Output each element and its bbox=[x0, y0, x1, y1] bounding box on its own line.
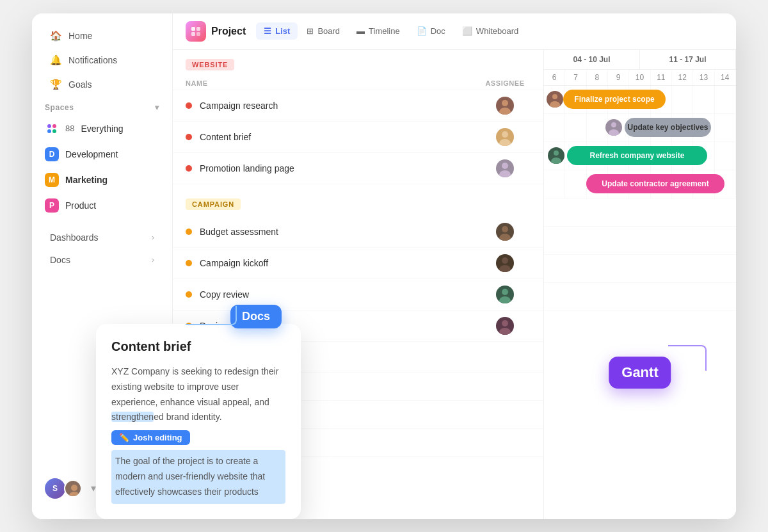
gantt-avatar bbox=[605, 119, 622, 136]
sidebar-item-product[interactable]: P Product bbox=[32, 193, 172, 218]
task-column-headers: NAME ASSIGNEE bbox=[173, 77, 543, 90]
gantt-day: 11 bbox=[651, 70, 672, 85]
task-row[interactable]: Budget assessment bbox=[173, 216, 543, 248]
svg-point-3 bbox=[52, 129, 56, 133]
docs-label: Docs bbox=[50, 255, 70, 265]
task-row[interactable]: Campaign research bbox=[173, 90, 543, 122]
sidebar-item-goals[interactable]: 🏆 Goals bbox=[37, 73, 167, 96]
gantt-day: 8 bbox=[587, 70, 608, 85]
task-row[interactable]: Content brief bbox=[173, 122, 543, 153]
gantt-header: 04 - 10 Jul 11 - 17 Jul bbox=[544, 50, 736, 70]
svg-point-0 bbox=[47, 124, 51, 128]
sidebar-item-everything[interactable]: 88 Everything bbox=[32, 117, 172, 141]
task-name: Promotion landing page bbox=[200, 163, 479, 173]
gantt-row: Finalize project scope bbox=[544, 86, 736, 114]
gantt-bar-label: Finalize project scope bbox=[574, 95, 654, 104]
sidebar-item-docs[interactable]: Docs › bbox=[37, 249, 167, 271]
task-dot-red bbox=[186, 134, 192, 140]
development-dot: D bbox=[45, 147, 59, 161]
gantt-cell bbox=[672, 86, 693, 113]
sidebar-item-development[interactable]: D Development bbox=[32, 142, 172, 166]
svg-point-10 bbox=[502, 100, 508, 106]
product-dot: P bbox=[45, 198, 59, 213]
svg-point-19 bbox=[499, 265, 511, 272]
gantt-day: 12 bbox=[672, 70, 693, 85]
dashboards-label: Dashboards bbox=[50, 232, 99, 243]
editing-user-label: Josh editing bbox=[133, 433, 182, 442]
gantt-bar-website: Refresh company website bbox=[567, 146, 707, 165]
tab-list[interactable]: ☰ List bbox=[256, 22, 298, 40]
svg-rect-8 bbox=[191, 32, 195, 36]
marketing-dot: M bbox=[45, 173, 59, 187]
svg-point-2 bbox=[47, 129, 51, 133]
editing-badge: ✏️ Josh editing bbox=[111, 430, 190, 445]
tab-board[interactable]: ⊞ Board bbox=[299, 22, 348, 40]
task-dot-yellow bbox=[186, 260, 192, 266]
gantt-day: 13 bbox=[693, 70, 714, 85]
gantt-row bbox=[544, 198, 736, 227]
sidebar-item-marketing[interactable]: M Marketing bbox=[32, 168, 172, 192]
task-row[interactable]: Campaign kickoff bbox=[173, 248, 543, 279]
gantt-area: 04 - 10 Jul 11 - 17 Jul 6 7 8 9 10 11 12… bbox=[544, 50, 736, 519]
gantt-cell bbox=[715, 114, 736, 141]
gantt-avatar bbox=[548, 147, 564, 164]
gantt-cell bbox=[544, 114, 565, 141]
gantt-cell bbox=[715, 142, 736, 170]
svg-point-21 bbox=[499, 296, 511, 303]
svg-point-17 bbox=[499, 234, 511, 241]
task-row[interactable]: Promotion landing page bbox=[173, 153, 543, 184]
home-icon: 🏠 bbox=[50, 30, 62, 42]
task-name: Campaign kickoff bbox=[200, 258, 479, 268]
task-assignee bbox=[479, 254, 531, 272]
tab-doc[interactable]: 📄 Doc bbox=[409, 22, 453, 40]
whiteboard-tab-icon: ⬜ bbox=[462, 26, 472, 36]
gantt-row bbox=[544, 227, 736, 255]
avatar bbox=[496, 317, 514, 335]
connector-line bbox=[668, 345, 707, 371]
gantt-period1: 04 - 10 Jul bbox=[544, 50, 640, 69]
sidebar-home-label: Home bbox=[68, 31, 92, 41]
docs-text-part1: XYZ Company is seeking to redesign their… bbox=[111, 366, 278, 407]
user-avatar-photo bbox=[64, 480, 82, 497]
project-title: Project bbox=[211, 26, 246, 37]
svg-point-11 bbox=[499, 108, 511, 115]
task-name: Budget assessment bbox=[200, 227, 479, 237]
development-label: Development bbox=[65, 149, 118, 159]
tab-timeline[interactable]: ▬ Timeline bbox=[349, 22, 408, 40]
sidebar-item-dashboards[interactable]: Dashboards › bbox=[37, 227, 167, 248]
gantt-body: Finalize project scope bbox=[544, 86, 736, 517]
gantt-day: 9 bbox=[608, 70, 629, 85]
timeline-tab-icon: ▬ bbox=[356, 26, 365, 36]
avatar bbox=[496, 286, 514, 303]
tab-board-label: Board bbox=[317, 26, 340, 36]
everything-icon bbox=[45, 122, 59, 136]
svg-rect-9 bbox=[196, 32, 200, 36]
goals-icon: 🏆 bbox=[50, 79, 62, 90]
chevron-down-user[interactable]: ▾ bbox=[91, 482, 96, 494]
chevron-down-icon[interactable]: ▾ bbox=[155, 103, 159, 112]
docs-badge: Docs bbox=[230, 305, 282, 328]
gantt-day: 10 bbox=[629, 70, 650, 85]
svg-point-27 bbox=[609, 129, 619, 136]
gantt-day: 6 bbox=[544, 70, 565, 85]
task-assignee bbox=[479, 128, 531, 146]
gantt-days: 6 7 8 9 10 11 12 13 14 bbox=[544, 70, 736, 86]
sidebar-item-home[interactable]: 🏠 Home bbox=[37, 24, 167, 47]
svg-point-15 bbox=[499, 170, 511, 177]
avatar bbox=[496, 223, 514, 241]
svg-point-24 bbox=[552, 94, 557, 99]
svg-rect-6 bbox=[191, 27, 195, 31]
sidebar-goals-label: Goals bbox=[68, 79, 92, 90]
gantt-bar-contractor: Update contractor agreement bbox=[586, 174, 724, 193]
gantt-row bbox=[544, 283, 736, 311]
sidebar-item-notifications[interactable]: 🔔 Notifications bbox=[37, 49, 167, 72]
chevron-right-icon: › bbox=[152, 233, 154, 242]
list-tab-icon: ☰ bbox=[264, 26, 271, 36]
avatar bbox=[496, 128, 514, 146]
gantt-cell bbox=[544, 170, 565, 198]
gantt-bar-objectives: Update key objectives bbox=[625, 118, 711, 137]
avatar bbox=[496, 254, 514, 272]
gantt-popup-label: Gantt bbox=[621, 364, 658, 380]
spaces-header: Spaces ▾ bbox=[32, 97, 172, 116]
tab-whiteboard[interactable]: ⬜ Whiteboard bbox=[454, 22, 526, 40]
